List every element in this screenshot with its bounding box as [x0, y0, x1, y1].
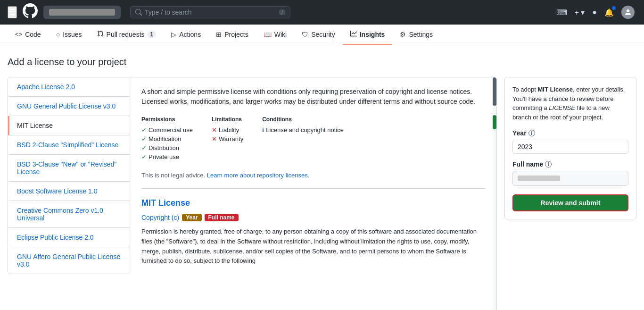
- year-field-group: Year i: [512, 129, 628, 154]
- actions-icon: ▷: [171, 31, 176, 38]
- year-info-icon: i: [528, 130, 535, 136]
- limitations-group: Limitations ✕Liability ✕Warranty: [212, 116, 243, 162]
- pr-badge: 1: [148, 31, 157, 38]
- perm-private: ✓Private use: [141, 153, 193, 160]
- header-actions: ⌨ + ▾ ● 🔔: [554, 4, 636, 21]
- conditions-group: Conditions ℹLicense and copyright notice: [262, 116, 344, 162]
- fullname-field-group: Full name i: [512, 160, 628, 186]
- cond-copyright: ℹLicense and copyright notice: [262, 126, 344, 134]
- nav-settings[interactable]: ⚙ Settings: [392, 25, 440, 45]
- limit-liability: ✕Liability: [212, 126, 243, 134]
- hamburger-icon[interactable]: ☰: [8, 6, 17, 18]
- main-layout: Apache License 2.0 GNU General Public Li…: [8, 77, 636, 310]
- scrollbar-thumb[interactable]: [493, 77, 496, 106]
- nav-insights[interactable]: Insights: [343, 25, 393, 45]
- conditions-title: Conditions: [262, 116, 344, 123]
- scrollbar-green-section: [493, 115, 496, 129]
- terminal-button[interactable]: ⌨: [554, 6, 569, 19]
- license-item-eclipse[interactable]: Eclipse Public License 2.0: [8, 228, 130, 247]
- copilot-button[interactable]: ●: [590, 6, 599, 18]
- nav-projects[interactable]: ⊞ Projects: [208, 25, 256, 45]
- right-panel-desc: To adopt MIT License, enter your details…: [512, 85, 628, 122]
- avatar-button[interactable]: [619, 4, 636, 21]
- limit-warranty: ✕Warranty: [212, 135, 243, 142]
- perm-distribution: ✓Distribution: [141, 144, 193, 151]
- wiki-icon: 📖: [264, 31, 272, 38]
- scrollbar[interactable]: [493, 77, 496, 310]
- license-detail: A short and simple permissive license wi…: [130, 77, 497, 310]
- nav-issues[interactable]: ○ Issues: [49, 25, 90, 45]
- license-attrs: Permissions ✓Commercial use ✓Modificatio…: [141, 116, 485, 162]
- pr-icon: [97, 30, 104, 38]
- license-list: Apache License 2.0 GNU General Public Li…: [8, 77, 130, 274]
- permissions-group: Permissions ✓Commercial use ✓Modificatio…: [141, 116, 193, 162]
- search-placeholder: Type / to search: [145, 8, 192, 16]
- repo-name: [43, 6, 121, 19]
- license-item-agpl[interactable]: GNU Affero General Public License v3.0: [8, 247, 130, 274]
- code-icon: <>: [15, 31, 22, 38]
- license-body-text: Permission is hereby granted, free of ch…: [141, 227, 485, 266]
- page-title: Add a license to your project: [8, 57, 636, 67]
- year-label: Year i: [512, 129, 628, 137]
- nav-pull-requests[interactable]: Pull requests 1: [90, 25, 164, 45]
- legal-link[interactable]: Learn more about repository licenses.: [207, 172, 310, 179]
- nav-actions[interactable]: ▷ Actions: [164, 25, 208, 45]
- nav-wiki[interactable]: 📖 Wiki: [256, 25, 294, 45]
- search-box[interactable]: Type / to search /: [130, 6, 290, 18]
- legal-notice: This is not legal advice. Learn more abo…: [141, 172, 485, 179]
- perm-modification: ✓Modification: [141, 135, 193, 142]
- fullname-info-icon: i: [545, 161, 552, 168]
- fullname-label: Full name i: [512, 160, 628, 168]
- copyright-line: Copyright (c) Year Full name: [141, 214, 485, 221]
- perm-commercial: ✓Commercial use: [141, 126, 193, 134]
- nav-security[interactable]: 🛡 Security: [294, 25, 343, 45]
- license-item-boost[interactable]: Boost Software License 1.0: [8, 182, 130, 201]
- insights-icon: [350, 30, 357, 38]
- license-item-mit[interactable]: MIT License: [8, 116, 130, 135]
- settings-icon: ⚙: [400, 31, 406, 38]
- header: ☰ Type / to search / ⌨ + ▾ ● 🔔: [0, 0, 644, 25]
- issues-icon: ○: [56, 31, 60, 38]
- repo-nav: <> Code ○ Issues Pull requests 1 ▷ Actio…: [0, 25, 644, 45]
- license-divider: [141, 188, 485, 189]
- license-item-apache[interactable]: Apache License 2.0: [8, 77, 130, 97]
- nav-code[interactable]: <> Code: [8, 25, 49, 45]
- right-panel: To adopt MIT License, enter your details…: [504, 77, 636, 219]
- plus-button[interactable]: + ▾: [573, 6, 587, 19]
- license-item-cc0[interactable]: Creative Commons Zero v1.0 Universal: [8, 201, 130, 228]
- projects-icon: ⊞: [216, 31, 222, 38]
- page-content: Add a license to your project Apache Lic…: [0, 45, 644, 310]
- search-shortcut: /: [279, 9, 285, 15]
- github-logo[interactable]: [23, 3, 38, 21]
- permissions-title: Permissions: [141, 116, 193, 123]
- security-icon: 🛡: [302, 31, 308, 38]
- license-body-title: MIT License: [141, 198, 485, 208]
- license-item-gpl3[interactable]: GNU General Public License v3.0: [8, 97, 130, 116]
- name-badge: Full name: [205, 214, 239, 221]
- year-input[interactable]: [512, 140, 628, 154]
- year-badge: Year: [182, 214, 201, 221]
- review-submit-button[interactable]: Review and submit: [512, 194, 628, 211]
- license-detail-inner: A short and simple permissive license wi…: [130, 77, 496, 276]
- license-item-bsd3[interactable]: BSD 3-Clause "New" or "Revised" License: [8, 155, 130, 182]
- limitations-title: Limitations: [212, 116, 243, 123]
- license-description: A short and simple permissive license wi…: [141, 87, 485, 107]
- license-item-bsd2[interactable]: BSD 2-Clause "Simplified" License: [8, 135, 130, 155]
- fullname-input-blurred: [512, 171, 628, 186]
- notifications-button[interactable]: 🔔: [603, 6, 616, 19]
